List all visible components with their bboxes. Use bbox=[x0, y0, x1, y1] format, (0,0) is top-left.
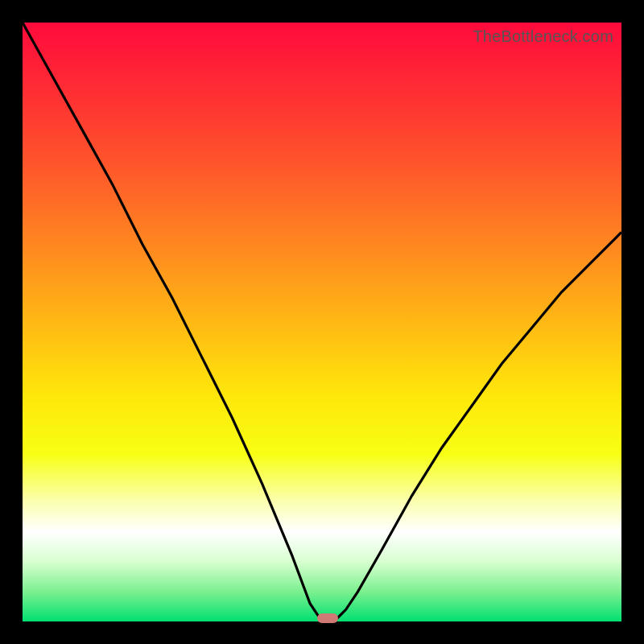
optimal-point-marker bbox=[317, 613, 338, 623]
watermark-text: TheBottleneck.com bbox=[473, 27, 613, 46]
chart-frame: TheBottleneck.com bbox=[0, 0, 644, 644]
bottleneck-curve bbox=[23, 23, 621, 621]
plot-area: TheBottleneck.com bbox=[23, 23, 621, 621]
